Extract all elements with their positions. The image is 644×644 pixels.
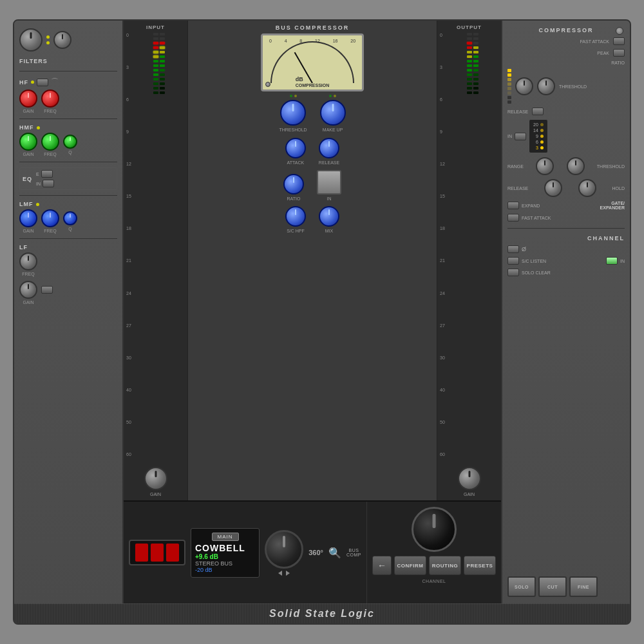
hold-label: HOLD xyxy=(612,186,625,191)
ratio-knob[interactable] xyxy=(283,174,304,194)
threshold-label: THRESHOLD xyxy=(279,128,307,132)
phi-toggle[interactable] xyxy=(507,245,519,253)
brand-label: Solid State Logic xyxy=(269,608,375,619)
threshold-knob[interactable] xyxy=(280,100,306,126)
mix-knob[interactable] xyxy=(319,206,339,227)
peak-row: PEAK xyxy=(507,49,625,57)
in2-label: IN xyxy=(620,259,625,263)
hmf-label: HMF xyxy=(19,124,34,131)
channel-knob[interactable] xyxy=(412,507,457,552)
hf-toggle[interactable] xyxy=(37,79,48,86)
release2-label: RELEASE xyxy=(507,186,528,191)
fast-attack2-toggle[interactable] xyxy=(507,214,519,222)
lf-label: LF xyxy=(19,244,117,251)
hf-freq-knob[interactable] xyxy=(41,90,59,108)
sc-hpf-knob[interactable] xyxy=(285,206,306,227)
stereo-bus-val: -20 dB xyxy=(195,567,255,573)
solo-btn[interactable]: SOLO xyxy=(507,576,536,597)
channel-knob-area: ← CONFIRM ROUTING PRESETS CHANNEL xyxy=(366,502,501,603)
ssl-unit: FILTERS HF ⌒ GAIN FREQ xyxy=(13,19,631,625)
peak-toggle[interactable] xyxy=(613,49,625,57)
release-col: RELEASE xyxy=(319,138,339,165)
lf-toggle[interactable] xyxy=(41,286,53,294)
eq-in-label: IN xyxy=(36,182,41,186)
hmf-gain-knob[interactable] xyxy=(19,133,37,151)
threshold-right-label: THRESHOLD xyxy=(559,84,587,89)
sc-listen-row: S/C LISTEN IN xyxy=(507,257,625,265)
fast-attack-toggle[interactable] xyxy=(613,37,625,45)
release-label: RELEASE xyxy=(507,109,528,114)
top-filter-knob-2[interactable] xyxy=(53,31,71,49)
dig-char-1 xyxy=(135,544,148,562)
lmf-gain-knob[interactable] xyxy=(19,209,37,227)
hold-knob[interactable] xyxy=(578,179,596,197)
in-button[interactable] xyxy=(317,170,341,194)
back-arrow-btn[interactable]: ← xyxy=(372,556,392,575)
top-filter-knob-1[interactable] xyxy=(19,28,43,52)
digital-display xyxy=(129,540,185,565)
level-knob[interactable] xyxy=(265,530,303,569)
dot-2 xyxy=(46,41,50,44)
mix-label: MIX xyxy=(325,229,333,233)
phi-row: Ø xyxy=(507,245,625,253)
fine-btn[interactable]: FINE xyxy=(569,576,598,597)
hmf-freq-knob[interactable] xyxy=(41,133,59,151)
eq-band-hf: HF ⌒ GAIN FREQ xyxy=(19,77,117,113)
hf-gain-knob[interactable] xyxy=(19,90,37,108)
peak-label: PEAK xyxy=(597,51,609,55)
phi-label: Ø xyxy=(522,246,526,252)
channel-bottom-label: CHANNEL xyxy=(412,579,457,583)
cut-btn[interactable]: CUT xyxy=(538,576,567,597)
input-section: INPUT 0 3 6 9 12 15 18 21 24 xyxy=(124,21,188,500)
dig-char-2 xyxy=(151,544,164,562)
output-label: OUTPUT xyxy=(440,24,498,30)
routing-btn[interactable]: ROUTING xyxy=(429,556,461,575)
input-gain-knob[interactable] xyxy=(144,467,167,490)
left-arrow-indicator xyxy=(278,571,282,576)
in-toggle-right[interactable] xyxy=(515,133,526,140)
sc-hpf-col: S/C HPF xyxy=(285,206,306,233)
threshold-knob-right[interactable] xyxy=(537,77,555,95)
eq-in-toggle[interactable] xyxy=(43,180,54,187)
presets-btn[interactable]: PRESETS xyxy=(464,556,496,575)
eq-e-toggle[interactable] xyxy=(41,170,53,178)
range-knob[interactable] xyxy=(536,157,554,175)
ratio-knob-right[interactable] xyxy=(515,77,533,95)
attack-knob[interactable] xyxy=(285,138,306,158)
right-compressor-section: COMPRESSOR FAST ATTACK PEAK RATIO xyxy=(501,21,630,603)
eq-band-lmf: LMF GAIN FREQ Q xyxy=(19,201,117,233)
eq-e-label: E xyxy=(36,172,39,176)
eq-band-lf: LF FREQ GAIN xyxy=(19,244,117,305)
in-channel-toggle[interactable] xyxy=(606,257,618,265)
confirm-btn[interactable]: CONFIRM xyxy=(394,556,426,575)
hmf-q-knob[interactable] xyxy=(63,135,77,149)
release2-hold-row: RELEASE HOLD xyxy=(507,179,625,197)
lf-gain-knob[interactable] xyxy=(19,281,37,299)
expand-label: EXPAND xyxy=(522,204,540,208)
bus-comp-line1: BUS xyxy=(349,548,359,553)
expand-toggle[interactable] xyxy=(507,202,519,209)
hf-freq-label: FREQ xyxy=(44,109,56,113)
ratio-label: RATIO xyxy=(287,196,301,201)
release2-knob[interactable] xyxy=(544,179,562,197)
release-knob[interactable] xyxy=(319,138,339,158)
gate-expander-label: GATE/ EXPANDER xyxy=(600,201,625,210)
lmf-q-knob[interactable] xyxy=(63,211,77,225)
threshold2-knob[interactable] xyxy=(567,157,585,175)
magnify-icon[interactable]: 🔍 xyxy=(328,547,341,559)
attack-label: ATTACK xyxy=(287,160,305,165)
release-toggle[interactable] xyxy=(532,108,544,115)
attack-col: ATTACK xyxy=(285,138,306,165)
ssl-logo-bar: Solid State Logic xyxy=(14,603,630,623)
makeup-knob[interactable] xyxy=(320,100,346,126)
lmf-freq-knob[interactable] xyxy=(41,209,59,227)
range-display: 20 14 9 6 3 xyxy=(529,119,548,153)
sc-listen-toggle[interactable] xyxy=(507,257,519,265)
range-row: RANGE THRESHOLD xyxy=(507,157,625,175)
output-gain-knob[interactable] xyxy=(458,467,481,490)
right-arrow-indicator xyxy=(286,571,290,576)
lmf-gain-label: GAIN xyxy=(23,229,33,233)
solo-clear-toggle[interactable] xyxy=(507,269,519,276)
screw-top-right xyxy=(616,27,623,35)
lf-freq-knob[interactable] xyxy=(19,252,37,270)
